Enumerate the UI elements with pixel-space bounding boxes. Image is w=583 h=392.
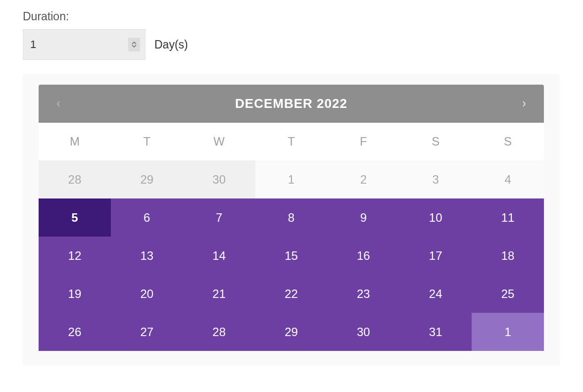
day-cell[interactable]: 12: [39, 237, 111, 275]
weekday-label: T: [255, 123, 328, 160]
weekday-label: F: [327, 123, 399, 160]
day-cell[interactable]: 31: [399, 313, 472, 351]
chevron-left-icon: [56, 101, 60, 107]
day-cell[interactable]: 25: [472, 275, 544, 313]
duration-row: Day(s): [23, 29, 560, 60]
day-cell[interactable]: 21: [183, 275, 255, 313]
day-cell[interactable]: 27: [111, 313, 183, 351]
weekday-label: M: [39, 123, 111, 160]
day-cell[interactable]: 16: [327, 237, 399, 275]
day-cell[interactable]: 17: [399, 237, 472, 275]
duration-unit-label: Day(s): [154, 38, 188, 51]
weekday-label: S: [399, 123, 472, 160]
duration-input[interactable]: [30, 38, 138, 51]
day-cell[interactable]: 30: [183, 160, 255, 198]
calendar-header: DECEMBER 2022: [39, 85, 544, 123]
next-month-button[interactable]: [518, 98, 530, 110]
day-cell[interactable]: 26: [39, 313, 111, 351]
day-cell[interactable]: 3: [399, 160, 472, 198]
day-cell[interactable]: 5: [39, 198, 111, 237]
day-cell[interactable]: 2: [327, 160, 399, 198]
day-cell[interactable]: 10: [399, 198, 472, 237]
day-cell[interactable]: 29: [255, 313, 328, 351]
day-cell[interactable]: 28: [39, 160, 111, 198]
day-cell[interactable]: 30: [327, 313, 399, 351]
day-cell[interactable]: 1: [255, 160, 328, 198]
day-cell[interactable]: 4: [472, 160, 544, 198]
calendar: DECEMBER 2022 MTWTFSS 282930123456789101…: [23, 74, 560, 366]
calendar-grid: 2829301234567891011121314151617181920212…: [39, 160, 544, 351]
day-cell[interactable]: 7: [183, 198, 255, 237]
calendar-title: DECEMBER 2022: [64, 96, 518, 111]
day-cell[interactable]: 28: [183, 313, 255, 351]
day-cell[interactable]: 9: [327, 198, 399, 237]
quantity-stepper[interactable]: [128, 38, 140, 51]
day-cell[interactable]: 1: [472, 313, 544, 351]
prev-month-button[interactable]: [52, 98, 64, 110]
day-cell[interactable]: 11: [472, 198, 544, 237]
weekday-label: W: [183, 123, 255, 160]
day-cell[interactable]: 13: [111, 237, 183, 275]
day-cell[interactable]: 18: [472, 237, 544, 275]
chevron-down-icon: [132, 45, 137, 48]
day-cell[interactable]: 14: [183, 237, 255, 275]
weekday-label: S: [472, 123, 544, 160]
day-cell[interactable]: 6: [111, 198, 183, 237]
duration-label: Duration:: [23, 10, 560, 23]
duration-input-wrap[interactable]: [23, 29, 146, 60]
weekday-label: T: [111, 123, 183, 160]
day-cell[interactable]: 23: [327, 275, 399, 313]
day-cell[interactable]: 29: [111, 160, 183, 198]
chevron-right-icon: [522, 101, 526, 107]
weekday-header: MTWTFSS: [39, 123, 544, 160]
day-cell[interactable]: 22: [255, 275, 328, 313]
day-cell[interactable]: 8: [255, 198, 328, 237]
day-cell[interactable]: 15: [255, 237, 328, 275]
day-cell[interactable]: 20: [111, 275, 183, 313]
day-cell[interactable]: 19: [39, 275, 111, 313]
day-cell[interactable]: 24: [399, 275, 472, 313]
